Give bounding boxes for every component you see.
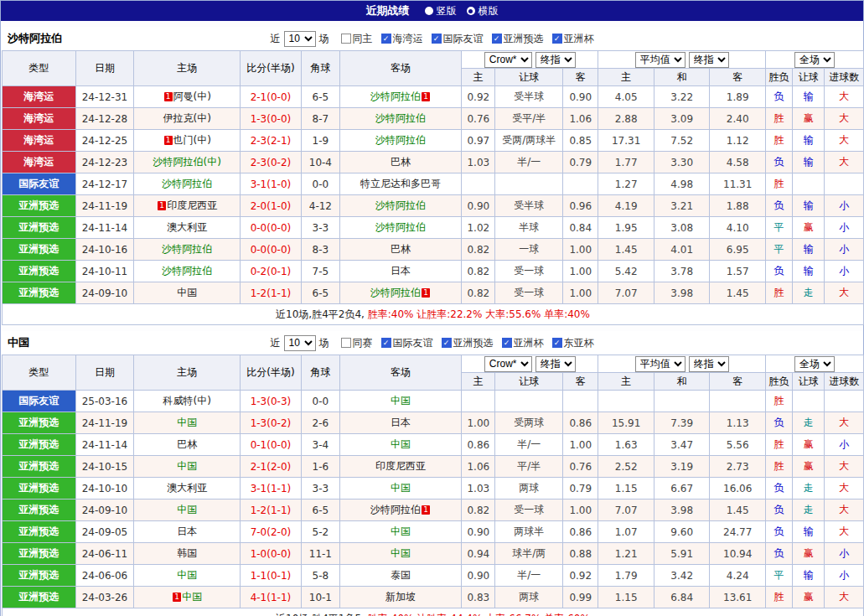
team-name-text: 澳大利亚 — [167, 221, 207, 233]
avg-away-cell: 1.13 — [710, 412, 766, 434]
score-cell: 0-0(0-0) — [241, 217, 302, 239]
avg-home-cell: 2.88 — [598, 108, 654, 130]
date-cell: 24-10-11 — [75, 261, 134, 282]
odds-home-cell: 0.97 — [462, 130, 495, 152]
match-type-badge: 亚洲预选 — [3, 543, 76, 565]
corners-cell: 10-1 — [301, 587, 339, 608]
header-select-cell: Crow*终指 — [462, 355, 598, 373]
avg-final-select[interactable]: 终指 — [689, 52, 729, 68]
checkbox-checked-icon: ✓ — [381, 338, 391, 348]
result-goals-cell: 大 — [825, 500, 864, 521]
odds-final-select[interactable]: 终指 — [535, 356, 576, 372]
filter-checkbox[interactable]: ✓亚洲杯 — [502, 336, 544, 350]
result-handicap-cell: 走 — [793, 478, 825, 500]
date-cell: 24-12-28 — [75, 108, 134, 130]
fullmatch-scope-select[interactable]: 全场 — [794, 52, 835, 68]
away-team-cell: 沙特阿拉伯1 — [340, 500, 462, 521]
filter-checkbox[interactable]: 同主 — [341, 32, 373, 46]
corners-cell: 4-12 — [301, 195, 339, 217]
avg-draw-cell: 3.98 — [654, 500, 710, 521]
corners-cell: 3-3 — [301, 478, 339, 500]
radio-horizontal-layout[interactable]: 横版 — [467, 4, 499, 18]
result-goals-cell: 小 — [825, 565, 864, 587]
avg-draw-cell: 3.19 — [654, 456, 710, 478]
radio-vertical-layout[interactable]: 竖版 — [425, 4, 457, 18]
home-team-cell: 韩国 — [134, 543, 241, 565]
team-name-text: 韩国 — [177, 547, 197, 559]
filter-checkbox[interactable]: 同赛 — [341, 336, 373, 350]
filter-checkbox[interactable]: ✓国际友谊 — [432, 32, 484, 46]
odds-source-select[interactable]: Crow* — [484, 52, 532, 68]
odds-handicap-cell: 半球 — [495, 217, 563, 239]
result-goals-cell: 小 — [825, 543, 864, 565]
odds-handicap-cell: 两球半 — [495, 521, 563, 543]
result-handicap-cell: 输 — [793, 86, 825, 108]
corners-cell: 7-5 — [301, 261, 339, 282]
checkbox-label: 同主 — [353, 32, 373, 46]
filter-checkbox[interactable]: ✓亚洲预选 — [442, 336, 494, 350]
filter-checkbox[interactable]: ✓东亚杯 — [552, 336, 594, 350]
checkbox-label: 国际友谊 — [443, 32, 484, 46]
team-name-text: 沙特阿拉伯 — [370, 504, 421, 515]
recent-count-select[interactable]: 10 — [284, 335, 316, 351]
filter-checkbox[interactable]: ✓亚洲预选 — [492, 32, 544, 46]
corners-cell: 1-9 — [301, 130, 339, 152]
team-name-text: 印度尼西亚 — [167, 199, 217, 211]
date-cell: 24-03-26 — [75, 587, 134, 608]
col-header: 角球 — [301, 355, 339, 391]
away-team-cell: 特立尼达和多巴哥 — [340, 173, 462, 195]
avg-away-cell: 1.45 — [710, 282, 766, 304]
col-header: 日期 — [75, 51, 134, 86]
odds-home-cell: 0.86 — [462, 434, 495, 456]
avg-final-select[interactable]: 终指 — [689, 356, 729, 372]
match-type-badge: 亚洲预选 — [3, 478, 76, 500]
filter-bar: 近10场同主✓海湾运✓国际友谊✓亚洲预选✓亚洲杯 — [271, 31, 594, 47]
team-section: 沙特阿拉伯近10场同主✓海湾运✓国际友谊✓亚洲预选✓亚洲杯类型日期主场比分(半场… — [1, 27, 863, 325]
table-row: 亚洲预选24-06-11韩国1-0(0-0)11-1中国0.94球半/两0.88… — [3, 543, 864, 565]
checkbox-label: 国际友谊 — [393, 336, 433, 350]
odds-handicap-cell: 半/一 — [495, 152, 563, 173]
avg-draw-cell — [654, 391, 710, 412]
result-outcome-cell: 胜 — [765, 456, 792, 478]
team-name-text: 中国 — [177, 504, 197, 515]
table-row: 海湾运24-12-251也门(中)2-3(2-1)1-9沙特阿拉伯0.97受两/… — [3, 130, 864, 152]
odds-away-cell: 0.84 — [563, 217, 598, 239]
avg-home-cell: 17.31 — [598, 130, 654, 152]
table-row: 亚洲预选24-09-10中国1-2(1-1)6-5沙特阿拉伯10.82受一球1.… — [3, 500, 864, 521]
odds-home-cell: 0.90 — [462, 521, 495, 543]
avg-away-cell: 1.12 — [710, 130, 766, 152]
odds-source-select[interactable]: Crow* — [484, 356, 532, 372]
score-cell: 1-0(0-0) — [241, 543, 302, 565]
checkbox-label: 同赛 — [353, 336, 373, 350]
col-subheader: 客 — [563, 373, 598, 391]
page-title: 近期战绩 — [366, 3, 410, 18]
filter-checkbox[interactable]: ✓国际友谊 — [381, 336, 433, 350]
section-team-name: 中国 — [8, 335, 29, 350]
away-team-cell: 中国 — [340, 434, 462, 456]
filter-checkbox[interactable]: ✓海湾运 — [381, 32, 423, 46]
home-team-cell: 伊拉克(中) — [134, 108, 241, 130]
result-goals-cell: 小 — [825, 195, 864, 217]
recent-count-select[interactable]: 10 — [284, 31, 316, 47]
result-handicap-cell: 输 — [793, 261, 825, 282]
corners-cell: 5-8 — [301, 565, 339, 587]
col-header: 主场 — [134, 51, 241, 86]
odds-final-select[interactable]: 终指 — [535, 52, 576, 68]
summary-record: 近10场,胜4平2负4, — [276, 308, 365, 322]
score-cell: 1-2(1-1) — [241, 282, 302, 304]
corners-cell: 5-2 — [301, 521, 339, 543]
match-type-badge: 亚洲预选 — [3, 500, 76, 521]
checkbox-label: 亚洲预选 — [453, 336, 494, 350]
fullmatch-scope-select[interactable]: 全场 — [794, 356, 835, 372]
table-row: 海湾运24-12-23沙特阿拉伯(中)2-3(0-2)10-4巴林1.03半/一… — [3, 152, 864, 173]
team-name-text: 中国 — [177, 460, 197, 472]
avg-source-select[interactable]: 平均值 — [635, 52, 686, 68]
team-name-text: 沙特阿拉伯 — [162, 178, 212, 189]
avg-source-select[interactable]: 平均值 — [635, 356, 686, 372]
avg-away-cell: 1.45 — [710, 500, 766, 521]
filter-bar: 近10场同赛✓国际友谊✓亚洲预选✓亚洲杯✓东亚杯 — [271, 335, 594, 351]
filter-checkbox[interactable]: ✓亚洲杯 — [552, 32, 594, 46]
header-select-cell: 平均值终指 — [598, 51, 766, 69]
team-sections-container: 沙特阿拉伯近10场同主✓海湾运✓国际友谊✓亚洲预选✓亚洲杯类型日期主场比分(半场… — [1, 27, 863, 616]
home-team-cell: 1也门(中) — [134, 130, 241, 152]
